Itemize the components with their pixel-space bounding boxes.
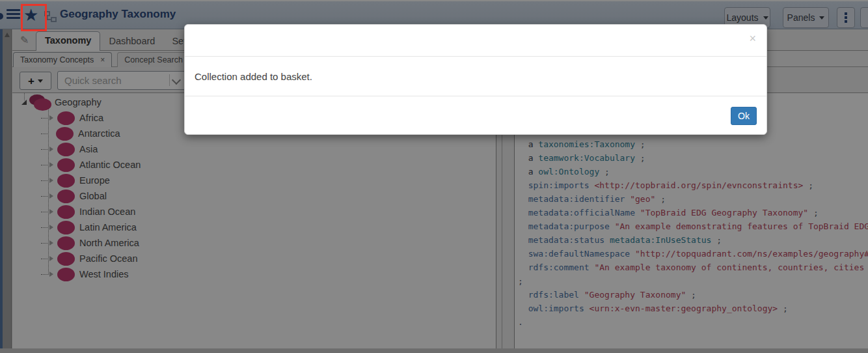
dialog-header: × bbox=[185, 25, 766, 57]
dialog-body: Collection added to basket. bbox=[185, 57, 766, 96]
ok-button[interactable]: Ok bbox=[731, 107, 757, 125]
application-window: ★ Geography Taxonomy Layouts Panels ✎ Ta… bbox=[0, 0, 868, 353]
annotation-highlight-box bbox=[21, 4, 47, 31]
close-icon[interactable]: × bbox=[749, 33, 756, 44]
dialog-footer: Ok bbox=[185, 96, 766, 135]
message-dialog: × Collection added to basket. Ok bbox=[184, 24, 767, 135]
dialog-message: Collection added to basket. bbox=[195, 71, 312, 82]
